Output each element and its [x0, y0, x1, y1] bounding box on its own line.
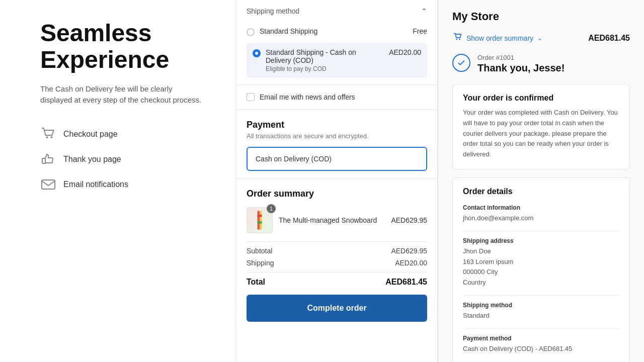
cart-icon — [40, 126, 56, 142]
summary-divider-2 — [247, 272, 427, 273]
order-confirmed-box: Order #1001 Thank you, Jesse! — [452, 54, 630, 74]
shipping-address-section: Shipping address Jhon Doe 163 Lorem ipsu… — [463, 237, 619, 288]
email-checkbox-label: Email me with news and offers — [260, 93, 355, 101]
shipping-standard-price: Free — [413, 27, 427, 35]
cart-toggle-icon — [452, 32, 462, 44]
product-name: The Multi-managed Snowboard — [279, 216, 385, 224]
payment-title: Payment — [247, 120, 427, 130]
address-street: 163 Lorem ipsum — [463, 257, 619, 267]
left-panel: Seamless Experience The Cash on Delivery… — [0, 0, 236, 362]
contact-info-label: Contact information — [463, 204, 619, 211]
confirmed-card-body: Your order was completed with Cash on De… — [463, 108, 619, 160]
shipping-method-detail-section: Shipping method Standard — [463, 302, 619, 321]
radio-standard[interactable] — [247, 28, 255, 36]
feature-list: Checkout page Thank you page Email notif… — [40, 126, 206, 193]
product-image-wrap: 1 — [247, 207, 273, 233]
cod-details: Standard Shipping - Cash on Delivery (CO… — [266, 48, 379, 72]
payment-method-detail-value: Cash on Delivery (COD) - AED681.45 — [463, 344, 619, 354]
email-checkbox[interactable] — [247, 93, 255, 101]
order-summary-section: Order summary 1 The Multi-managed Snowbo… — [236, 178, 437, 334]
shipping-option-cod[interactable]: Standard Shipping - Cash on Delivery (CO… — [247, 43, 427, 77]
feature-checkout-label: Checkout page — [63, 130, 118, 139]
subtotal-value: AED629.95 — [391, 247, 427, 255]
toggle-price: AED681.45 — [588, 34, 630, 43]
shipping-address-name: Jhon Doe 163 Lorem ipsum 000000 City Cou… — [463, 246, 619, 288]
contact-info-value: jhon.doe@example.com — [463, 213, 619, 224]
svg-point-8 — [456, 39, 458, 40]
shipping-standard-name: Standard Shipping — [260, 27, 317, 35]
svg-rect-2 — [42, 158, 45, 163]
svg-point-1 — [51, 136, 53, 138]
shipping-option-standard[interactable]: Standard Shipping Free — [247, 22, 427, 41]
svg-rect-6 — [258, 215, 262, 217]
check-circle-icon — [452, 54, 470, 72]
shipping-cod-price: AED20.00 — [389, 48, 421, 56]
svg-point-9 — [459, 39, 460, 40]
feature-thank-you-page: Thank you page — [40, 151, 206, 167]
email-section: Email me with news and offers — [236, 85, 437, 110]
feature-email-notifications: Email notifications — [40, 176, 206, 193]
chevron-up-icon[interactable]: ⌃ — [421, 7, 427, 15]
shipping-method-section: Shipping method ⌃ Standard Shipping Free… — [236, 0, 437, 85]
shipping-label: Shipping — [247, 259, 274, 267]
contact-info-section: Contact information jhon.doe@example.com — [463, 204, 619, 224]
payment-option-label: Cash on Delivery (COD) — [256, 155, 332, 163]
subtotal-line: Subtotal AED629.95 — [247, 247, 427, 255]
detail-divider-3 — [463, 328, 619, 329]
feature-checkout-page: Checkout page — [40, 126, 206, 142]
svg-rect-3 — [42, 180, 55, 189]
svg-rect-4 — [258, 211, 260, 230]
thank-you-message: Thank you, Jesse! — [477, 62, 565, 74]
toggle-left[interactable]: Show order summary ⌄ — [452, 32, 542, 44]
subtotal-label: Subtotal — [247, 247, 272, 255]
shipping-line: Shipping AED20.00 — [247, 259, 427, 267]
feature-thankyou-label: Thank you page — [63, 155, 121, 164]
detail-divider-2 — [463, 295, 619, 296]
order-number: Order #1001 — [477, 54, 565, 61]
feature-email-label: Email notifications — [63, 180, 128, 189]
order-summary-toggle[interactable]: Show order summary ⌄ AED681.45 — [452, 32, 630, 44]
toggle-label: Show order summary — [466, 34, 533, 42]
svg-rect-7 — [258, 221, 262, 223]
product-row: 1 The Multi-managed Snowboard AED629.95 — [247, 207, 427, 233]
subtext: The Cash on Delivery fee will be clearly… — [40, 83, 206, 106]
chevron-down-icon: ⌄ — [537, 35, 542, 42]
order-confirmed-text: Order #1001 Thank you, Jesse! — [477, 54, 565, 74]
right-panel: My Store Show order summary ⌄ AED681.45 … — [438, 0, 644, 362]
total-label: Total — [247, 278, 265, 287]
order-summary-title: Order summary — [247, 189, 427, 199]
shipping-section-title: Shipping method — [247, 7, 299, 15]
payment-section: Payment All transactions are secure and … — [236, 110, 437, 178]
thumbsup-icon — [40, 151, 56, 167]
svg-point-0 — [46, 136, 48, 138]
payment-method-detail-section: Payment method Cash on Delivery (COD) - … — [463, 335, 619, 354]
email-checkbox-row[interactable]: Email me with news and offers — [247, 93, 427, 101]
shipping-value: AED20.00 — [395, 259, 427, 267]
payment-method-detail-label: Payment method — [463, 335, 619, 342]
shipping-cod-name: Standard Shipping - Cash on Delivery (CO… — [266, 48, 379, 64]
store-name: My Store — [452, 10, 630, 23]
shipping-address-label: Shipping address — [463, 237, 619, 244]
address-country: Country — [463, 278, 619, 288]
headline: Seamless Experience — [40, 20, 206, 73]
payment-option-cod[interactable]: Cash on Delivery (COD) — [247, 147, 427, 171]
address-city: 000000 City — [463, 267, 619, 278]
email-icon — [40, 176, 56, 193]
middle-panel: Shipping method ⌃ Standard Shipping Free… — [236, 0, 438, 362]
order-details-title: Order details — [463, 187, 619, 196]
complete-order-button[interactable]: Complete order — [247, 295, 427, 322]
shipping-section-header: Shipping method ⌃ — [247, 7, 427, 15]
radio-cod[interactable] — [253, 49, 261, 57]
total-value: AED681.45 — [385, 278, 427, 287]
address-name: Jhon Doe — [463, 246, 619, 257]
summary-divider-1 — [247, 241, 427, 242]
shipping-method-detail-label: Shipping method — [463, 302, 619, 309]
order-details-card: Order details Contact information jhon.d… — [452, 177, 630, 362]
shipping-method-detail-value: Standard — [463, 311, 619, 321]
confirmed-card-title: Your order is confirmed — [463, 94, 619, 103]
payment-subtitle: All transactions are secure and encrypte… — [247, 132, 427, 140]
total-line: Total AED681.45 — [247, 278, 427, 287]
product-quantity-badge: 1 — [267, 204, 276, 213]
cod-eligible-text: Eligible to pay by COD — [266, 65, 379, 72]
svg-rect-5 — [260, 211, 262, 230]
